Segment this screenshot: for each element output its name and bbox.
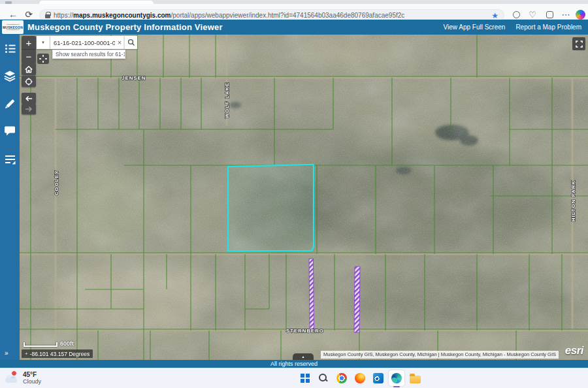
draw-measure-icon[interactable] <box>0 95 20 112</box>
bookmark-star-icon[interactable]: ★ <box>491 11 498 20</box>
weather-condition: Cloudy <box>23 378 41 385</box>
copilot-orb <box>576 10 585 20</box>
home-icon <box>24 65 33 74</box>
collections-icon[interactable] <box>543 8 556 20</box>
logo-text: MUSKEGON <box>3 25 23 29</box>
legend-icon[interactable] <box>0 40 20 57</box>
firefox-icon <box>355 373 365 383</box>
chrome-app-button[interactable] <box>334 370 350 386</box>
search-input[interactable] <box>50 39 115 46</box>
previous-extent-button[interactable] <box>22 93 36 104</box>
weather-alert-badge <box>11 370 17 376</box>
outlook-icon <box>373 373 384 383</box>
back-icon[interactable]: ← <box>7 8 20 20</box>
pan-compass-icon[interactable] <box>37 54 49 64</box>
road-label: JENSEN <box>122 75 146 81</box>
zoom-in-button[interactable]: + <box>22 36 36 50</box>
attribute-list-icon[interactable] <box>0 151 20 168</box>
copilot-icon[interactable] <box>574 8 587 20</box>
scale-label: 600ft <box>60 340 74 347</box>
weather-cloud-icon <box>4 370 20 385</box>
map-attribution: Muskegon County GIS, Muskegon County, Mi… <box>321 351 559 359</box>
search-icon <box>319 374 328 383</box>
esri-logo: esri <box>565 344 583 357</box>
circle-icon <box>513 11 520 18</box>
report-map-problem-link[interactable]: Report a Map Problem <box>515 24 581 31</box>
header-links: View App Full Screen Report a Map Proble… <box>444 20 581 35</box>
widget-sidebar: » <box>0 35 20 360</box>
page-title: Muskegon County Property Information Vie… <box>27 22 223 32</box>
app-header: MUSKEGON Muskegon County Property Inform… <box>0 20 588 35</box>
weather-widget[interactable]: 45°F Cloudy <box>4 370 41 385</box>
folder-icon <box>410 376 421 383</box>
url-path: /portal/apps/webappviewer/index.html?id=… <box>171 12 405 19</box>
url-domain: maps.muskegoncountygis.com <box>73 12 171 19</box>
map-canvas[interactable]: JENSEN WOLF LAKE COOLEY STERNBERG HILTON… <box>20 35 588 360</box>
browser-toolbar: ← ⟳ https://maps.muskegoncountygis.com/p… <box>0 4 588 20</box>
compass-dots <box>39 55 47 63</box>
clear-search-icon[interactable]: × <box>115 36 124 49</box>
road-label: COOLEY <box>54 170 59 195</box>
taskbar-search-button[interactable] <box>316 370 331 386</box>
search-button[interactable] <box>124 36 137 49</box>
road-label: HILTON PARK <box>570 180 576 221</box>
aerial-imagery: JENSEN WOLF LAKE COOLEY STERNBERG HILTON… <box>20 35 588 360</box>
attribute-table-toggle[interactable]: ▲ <box>293 353 314 360</box>
edge-icon <box>391 373 402 383</box>
url-text: https://maps.muskegoncountygis.com/porta… <box>54 12 404 19</box>
road-label: STERNBERG <box>286 328 324 334</box>
firefox-app-button[interactable] <box>352 370 368 386</box>
search-box: × <box>50 36 124 49</box>
muskegon-county-logo: MUSKEGON <box>2 20 24 34</box>
file-explorer-button[interactable] <box>407 370 423 386</box>
box-icon <box>546 11 553 18</box>
taskbar: 45°F Cloudy <box>0 368 588 388</box>
chrome-icon <box>336 373 347 383</box>
comment-icon[interactable] <box>0 122 20 139</box>
weather-temp: 45°F <box>23 371 41 378</box>
locate-circle-icon <box>24 77 33 86</box>
sidebar-expand-icon[interactable]: » <box>5 349 8 357</box>
taskbar-apps <box>297 370 423 386</box>
coordinates-widget[interactable]: + -86.101 43.157 Degrees <box>22 349 93 358</box>
start-button[interactable] <box>297 370 313 386</box>
home-extent-button[interactable] <box>22 63 36 75</box>
fullscreen-button[interactable] <box>572 37 585 50</box>
search-icon <box>127 39 135 46</box>
windows-logo-icon <box>301 374 310 383</box>
forward-arrow-icon <box>24 105 33 113</box>
coordinates-readout: -86.101 43.157 Degrees <box>30 351 90 357</box>
lock-icon <box>45 14 50 18</box>
edge-app-button[interactable] <box>389 370 404 386</box>
favorites-icon[interactable]: ♡ <box>526 8 539 20</box>
outlook-app-button[interactable] <box>370 370 386 386</box>
zoom-controls: + − <box>22 36 36 63</box>
search-source-dropdown[interactable]: ▼ <box>37 36 50 49</box>
url-scheme: https:// <box>54 12 73 19</box>
next-extent-button[interactable] <box>22 104 36 114</box>
back-arrow-icon <box>24 95 33 103</box>
layers-icon[interactable] <box>0 67 20 84</box>
road-label: WOLF LAKE <box>224 82 230 118</box>
search-suggestion[interactable]: Show search results for 61-16-... <box>52 50 125 59</box>
fullscreen-corners-icon <box>575 40 583 48</box>
settings-menu-icon[interactable]: ⋯ <box>559 8 572 20</box>
rights-bar: All rights reserved <box>0 360 588 368</box>
selected-parcel-highlight <box>228 165 314 251</box>
crosshair-icon: + <box>25 351 28 357</box>
desktop-screen: ← ⟳ https://maps.muskegoncountygis.com/p… <box>0 0 588 388</box>
scale-bar <box>24 342 57 347</box>
locate-button[interactable] <box>22 76 36 87</box>
zoom-out-button[interactable]: − <box>22 50 36 63</box>
view-app-full-screen-link[interactable]: View App Full Screen <box>444 24 506 31</box>
browser-essentials-icon[interactable] <box>510 8 523 20</box>
refresh-icon[interactable]: ⟳ <box>22 8 35 20</box>
